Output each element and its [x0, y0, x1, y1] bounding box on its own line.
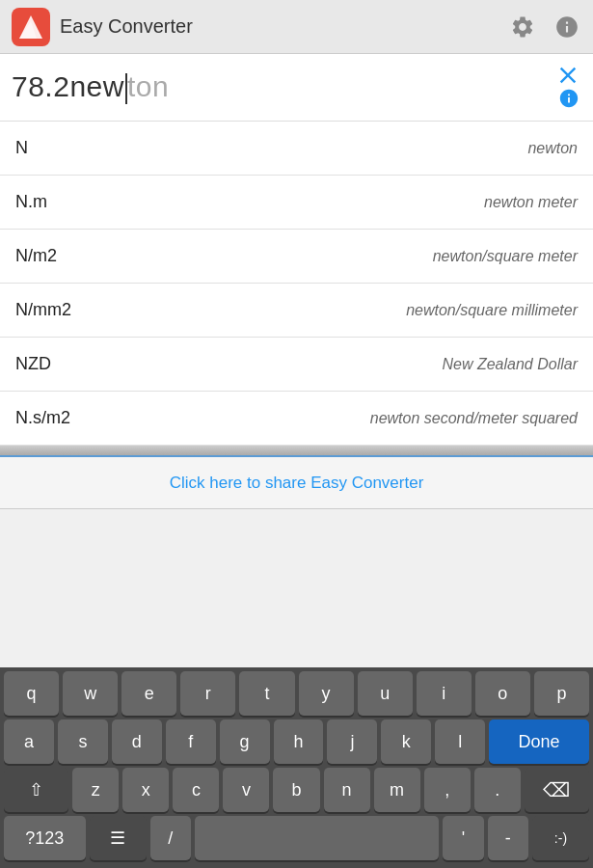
search-bar[interactable]: 78.2newton — [0, 54, 593, 122]
result-row-4[interactable]: NZDNew Zealand Dollar — [0, 338, 593, 392]
keyboard: q w e r t y u i o p a s d f g h j k l Do… — [0, 667, 593, 868]
key-j[interactable]: j — [327, 719, 377, 764]
share-banner[interactable]: Click here to share Easy Converter — [0, 455, 593, 509]
key-backspace[interactable]: ⌫ — [525, 768, 589, 812]
result-name-5: newton second/meter squared — [370, 410, 578, 427]
key-q[interactable]: q — [4, 671, 59, 716]
key-apostrophe[interactable]: ' — [443, 816, 483, 860]
result-name-3: newton/square millimeter — [406, 302, 578, 319]
result-abbr-2: N/m2 — [15, 246, 57, 266]
result-row-2[interactable]: N/m2newton/square meter — [0, 230, 593, 284]
key-k[interactable]: k — [381, 719, 431, 764]
key-v[interactable]: v — [223, 768, 269, 812]
app-title: Easy Converter — [60, 15, 508, 38]
search-input[interactable]: 78.2newton — [12, 70, 581, 104]
key-u[interactable]: u — [358, 671, 413, 716]
results-list: NnewtonN.mnewton meterN/m2newton/square … — [0, 122, 593, 446]
search-hint: ton — [127, 70, 169, 102]
key-comma[interactable]: , — [424, 768, 471, 812]
result-abbr-4: NZD — [15, 354, 51, 374]
key-o[interactable]: o — [475, 671, 530, 716]
key-w[interactable]: w — [63, 671, 118, 716]
keyboard-row-4: ?123 ☰ / ' - :-) — [0, 812, 593, 868]
key-e[interactable]: e — [121, 671, 176, 716]
result-row-0[interactable]: Nnewton — [0, 122, 593, 176]
key-l[interactable]: l — [435, 719, 485, 764]
result-name-1: newton meter — [484, 194, 578, 211]
search-info-button[interactable] — [558, 88, 580, 113]
result-abbr-1: N.m — [15, 192, 47, 212]
result-row-1[interactable]: N.mnewton meter — [0, 176, 593, 230]
key-settings[interactable]: ☰ — [90, 816, 147, 860]
app-header: Easy Converter — [0, 0, 593, 54]
keyboard-row-2: a s d f g h j k l Done — [0, 716, 593, 764]
key-d[interactable]: d — [112, 719, 162, 764]
key-num[interactable]: ?123 — [4, 816, 86, 860]
app-icon — [12, 8, 50, 46]
key-space[interactable] — [195, 816, 439, 860]
key-g[interactable]: g — [220, 719, 270, 764]
key-c[interactable]: c — [173, 768, 219, 812]
key-f[interactable]: f — [166, 719, 216, 764]
key-m[interactable]: m — [374, 768, 420, 812]
key-r[interactable]: r — [180, 671, 235, 716]
key-i[interactable]: i — [417, 671, 472, 716]
result-abbr-0: N — [15, 138, 28, 158]
keyboard-row-3: ⇧ z x c v b n m , . ⌫ — [0, 764, 593, 812]
search-typed: 78.2new — [12, 70, 124, 102]
list-shadow — [0, 446, 593, 455]
key-slash[interactable]: / — [150, 816, 191, 860]
key-p[interactable]: p — [534, 671, 589, 716]
key-done[interactable]: Done — [489, 719, 589, 764]
result-row-3[interactable]: N/mm2newton/square millimeter — [0, 284, 593, 338]
key-z[interactable]: z — [72, 768, 119, 812]
result-name-4: New Zealand Dollar — [442, 356, 578, 373]
result-name-0: newton — [527, 140, 578, 157]
key-x[interactable]: x — [122, 768, 169, 812]
info-icon[interactable] — [553, 13, 581, 41]
key-shift[interactable]: ⇧ — [4, 768, 68, 812]
result-abbr-5: N.s/m2 — [15, 408, 70, 428]
key-b[interactable]: b — [273, 768, 319, 812]
key-dash[interactable]: - — [488, 816, 528, 860]
share-text: Click here to share Easy Converter — [170, 474, 424, 493]
key-h[interactable]: h — [274, 719, 324, 764]
key-t[interactable]: t — [239, 671, 294, 716]
result-name-2: newton/square meter — [433, 248, 578, 265]
result-row-5[interactable]: N.s/m2newton second/meter squared — [0, 392, 593, 446]
gear-icon[interactable] — [508, 13, 537, 41]
keyboard-row-1: q w e r t y u i o p — [0, 667, 593, 716]
key-emoji[interactable]: :-) — [532, 816, 589, 860]
key-period[interactable]: . — [474, 768, 521, 812]
result-abbr-3: N/mm2 — [15, 300, 71, 320]
key-a[interactable]: a — [4, 719, 54, 764]
key-y[interactable]: y — [299, 671, 354, 716]
key-n[interactable]: n — [324, 768, 370, 812]
key-s[interactable]: s — [58, 719, 108, 764]
